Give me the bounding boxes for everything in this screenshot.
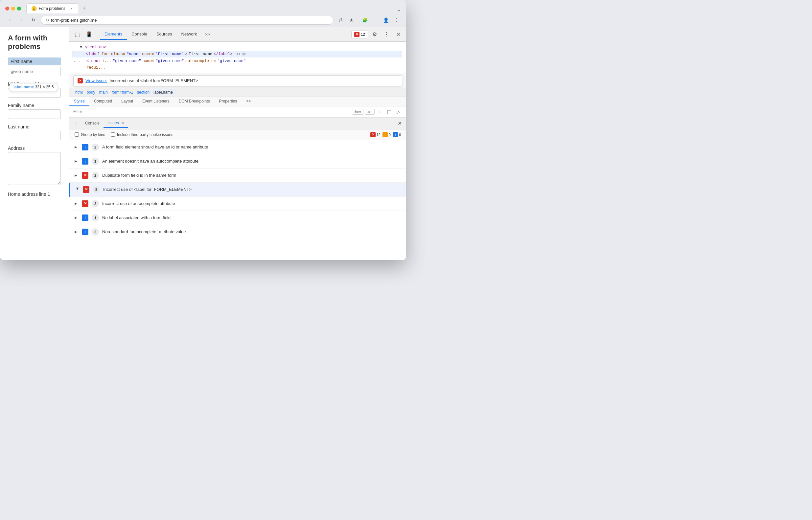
active-tab[interactable]: 🙂 Form problems ×: [26, 3, 79, 14]
share-button[interactable]: ⎙: [336, 16, 346, 25]
styles-filter-actions: :hov .cls + ⬚ ▷: [352, 108, 402, 115]
issues-filter-bar: Group by kind Include third-party cookie…: [69, 129, 406, 140]
styles-tab-dom-breakpoints[interactable]: DOM Breakpoints: [174, 97, 214, 106]
issue-type-icon-5: i: [82, 214, 88, 221]
issue-row-0[interactable]: ▶ i 2 A form field element should have a…: [69, 140, 406, 154]
label-familyname: Family name: [8, 103, 61, 108]
requi-attr: requi...: [86, 65, 105, 71]
issue-count-6: 2: [92, 228, 99, 236]
toggle-style-button[interactable]: ▷: [394, 108, 402, 115]
group-by-kind-label: Group by kind: [81, 132, 105, 137]
styles-tab-more[interactable]: >>: [242, 97, 255, 106]
error-badge-icon: ✕: [370, 132, 376, 137]
url-bar[interactable]: ⊙ form-problems.glitch.me: [41, 16, 333, 25]
bottom-tab-issues[interactable]: Issues ✕: [103, 119, 128, 128]
bottom-panel-close[interactable]: ✕: [396, 119, 404, 127]
page-content: label.name 331 × 25.5 A form with proble…: [0, 27, 69, 260]
styles-tab-layout[interactable]: Layout: [117, 97, 138, 106]
input-lastname[interactable]: [8, 131, 61, 140]
bc-html[interactable]: html: [73, 89, 85, 95]
issues-tab-close[interactable]: ✕: [121, 121, 124, 125]
tab-elements[interactable]: Elements: [100, 29, 127, 40]
styles-tab-event-listeners[interactable]: Event Listeners: [138, 97, 174, 106]
issues-panel: Group by kind Include third-party cookie…: [69, 129, 406, 260]
dom-label-line[interactable]: <label for class= "name" name= "first-na…: [73, 51, 402, 57]
label-address: Address: [8, 146, 61, 151]
minimize-button[interactable]: [11, 6, 15, 10]
bc-body[interactable]: body: [85, 89, 97, 95]
title-bar: 🙂 Form problems × + ⌄: [0, 0, 406, 14]
dom-ellipsis: ...: [73, 58, 80, 64]
copy-style-button[interactable]: ⬚: [385, 108, 393, 115]
inspect-element-button[interactable]: ⬚: [72, 29, 82, 40]
label-open-tag: <label: [86, 51, 100, 57]
input-address[interactable]: [8, 152, 61, 185]
form-field-address: Address: [8, 146, 61, 186]
view-issue-link[interactable]: View issue:: [85, 78, 107, 83]
profile-button[interactable]: 👤: [381, 16, 390, 25]
tab-favicon: 🙂: [31, 6, 37, 11]
tab-more[interactable]: >>: [201, 29, 213, 40]
styles-filter-input[interactable]: [73, 109, 349, 114]
new-tab-button[interactable]: +: [79, 4, 89, 13]
issue-row-2[interactable]: ▶ ✕ 2 Duplicate form field id in the sam…: [69, 168, 406, 183]
group-by-kind-input[interactable]: [75, 132, 79, 137]
maximize-button[interactable]: [17, 6, 21, 10]
error-count-badge[interactable]: ✕ 12: [351, 30, 368, 38]
input-familyname[interactable]: [8, 109, 61, 119]
tab-sources[interactable]: Sources: [152, 29, 177, 40]
section-tag: <section>: [85, 44, 106, 51]
input-firstname[interactable]: [8, 67, 61, 76]
dom-requi-line[interactable]: requi...: [73, 65, 402, 71]
styles-tab-computed[interactable]: Computed: [90, 97, 117, 106]
bc-form[interactable]: form#form-1: [110, 89, 135, 95]
label-close-tag: </label>: [213, 51, 233, 57]
device-toggle-button[interactable]: 📱: [84, 29, 94, 40]
tab-console[interactable]: Console: [127, 29, 152, 40]
issue-type-icon-2: ✕: [82, 172, 88, 179]
styles-tab-properties[interactable]: Properties: [214, 97, 242, 106]
bookmark-button[interactable]: ★: [347, 16, 356, 25]
hov-button[interactable]: :hov: [352, 109, 363, 115]
bc-label[interactable]: label.name: [152, 89, 175, 95]
issue-row-5[interactable]: ▶ i 1 No label associated with a form fi…: [69, 211, 406, 225]
more-options-button[interactable]: ⋮: [381, 29, 392, 40]
styles-filter-bar: :hov .cls + ⬚ ▷: [69, 106, 406, 117]
warning-badge-icon: !: [382, 132, 388, 137]
issue-count-0: 2: [92, 144, 99, 151]
bottom-tab-console[interactable]: Console: [81, 119, 103, 127]
bottom-menu-icon[interactable]: ⋮: [72, 119, 80, 127]
close-devtools-button[interactable]: ✕: [393, 29, 404, 40]
refresh-button[interactable]: ↻: [29, 16, 38, 25]
issue-row-4[interactable]: ▶ ✕ 2 Incorrect use of autocomplete attr…: [69, 197, 406, 211]
bc-main[interactable]: main: [97, 89, 110, 95]
warning-badge: ! 0: [382, 132, 391, 137]
issue-arrow-1: ▶: [75, 159, 79, 163]
back-button[interactable]: ‹: [5, 16, 15, 25]
close-button[interactable]: [5, 6, 9, 10]
devtools-button[interactable]: ⬚: [371, 16, 380, 25]
third-party-checkbox[interactable]: Include third-party cookie issues: [111, 132, 173, 137]
bottom-toolbar: ⋮ Console Issues ✕ ✕: [69, 118, 406, 129]
issue-count-3: 8: [93, 186, 100, 193]
issue-count-1: 1: [92, 158, 99, 165]
dom-input-line[interactable]: <input i... "given-name" name= "given-na…: [73, 58, 402, 64]
forward-button[interactable]: ›: [17, 16, 26, 25]
issue-row-3[interactable]: ▶ ✕ 8 Incorrect use of <label for=FORM_E…: [69, 183, 406, 197]
issue-row-6[interactable]: ▶ i 2 Non-standard `autocomplete` attrib…: [69, 225, 406, 239]
menu-button[interactable]: ⋮: [392, 16, 401, 25]
group-by-kind-checkbox[interactable]: Group by kind: [75, 132, 105, 137]
extension-button[interactable]: 🧩: [360, 16, 370, 25]
cls-button[interactable]: .cls: [365, 109, 375, 115]
settings-button[interactable]: ⚙: [370, 29, 380, 40]
page-title: A form with problems: [8, 34, 61, 51]
info-badge-count: 6: [399, 133, 401, 137]
third-party-input[interactable]: [111, 132, 115, 137]
bc-section[interactable]: section: [135, 89, 152, 95]
add-style-button[interactable]: +: [376, 108, 384, 115]
tab-close-button[interactable]: ×: [69, 6, 74, 11]
issue-row-1[interactable]: ▶ i 1 An element doesn't have an autocom…: [69, 154, 406, 168]
dom-section-line[interactable]: ▼ <section>: [73, 44, 402, 51]
styles-tab-styles[interactable]: Styles: [69, 97, 90, 106]
tab-network[interactable]: Network: [177, 29, 202, 40]
